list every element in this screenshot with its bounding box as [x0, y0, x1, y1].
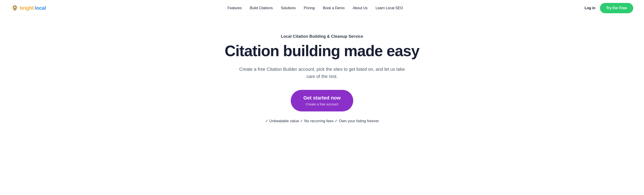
cta-button[interactable]: Get started now Create a free account: [291, 90, 353, 112]
logo-icon: [11, 4, 19, 12]
hero-badges-text: ✓ Unbeatable value ✓ No recurring fees ✓…: [265, 118, 379, 123]
hero-description: Create a free Citation Builder account, …: [236, 66, 408, 80]
nav-item-build-citations[interactable]: Build Citations: [250, 6, 273, 10]
logo-link[interactable]: brightlocal: [11, 4, 46, 12]
nav-item-learn-local-seo[interactable]: Learn Local SEO: [376, 6, 403, 10]
hero-title: Citation building made easy: [225, 42, 419, 59]
nav-item-about-us[interactable]: About Us: [353, 6, 368, 10]
hero-section: Local Citation Building & Cleanup Servic…: [0, 16, 644, 137]
nav-links: Features Build Citations Solutions Prici…: [228, 6, 403, 10]
login-link[interactable]: Log in: [585, 6, 596, 10]
nav-item-features[interactable]: Features: [228, 6, 242, 10]
nav-item-solutions[interactable]: Solutions: [281, 6, 296, 10]
logo-text-local: local: [34, 5, 46, 11]
nav-actions: Log in Try For Free: [585, 3, 633, 13]
nav-item-book-demo[interactable]: Book a Demo: [323, 6, 345, 10]
navbar: brightlocal Features Build Citations Sol…: [0, 0, 644, 16]
hero-subtitle: Local Citation Building & Cleanup Servic…: [281, 34, 363, 39]
cta-button-sub-label: Create a free account: [306, 102, 338, 106]
hero-badges: ✓ Unbeatable value ✓ No recurring fees ✓…: [265, 118, 379, 123]
logo-text-bright: bright: [20, 5, 34, 11]
nav-item-pricing[interactable]: Pricing: [304, 6, 315, 10]
cta-button-main-label: Get started now: [303, 95, 341, 101]
try-free-button[interactable]: Try For Free: [600, 3, 633, 13]
